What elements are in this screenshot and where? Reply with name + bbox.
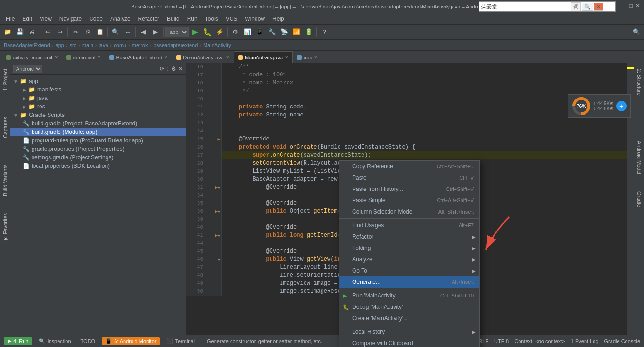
bc-main[interactable]: main	[82, 42, 93, 48]
cm-create[interactable]: Create 'MainActivity'...	[339, 313, 479, 324]
android-dropdown[interactable]: Android	[13, 65, 42, 73]
cm-paste[interactable]: Paste Ctrl+V	[339, 172, 479, 183]
toolbar-btn-extra1[interactable]: ⚙	[230, 26, 241, 38]
menu-view[interactable]: View	[36, 15, 56, 23]
tree-item-build-gradle-project[interactable]: 🔧 build.gradle (Project: BaseAdapterExte…	[10, 119, 186, 128]
tab-activity-main-xml[interactable]: activity_main.xml ✕	[2, 51, 62, 63]
menu-refactor[interactable]: Refactor	[134, 15, 163, 23]
toolbar-forward[interactable]: ▶	[150, 26, 161, 38]
toolbar-cut[interactable]: ✂	[70, 26, 81, 38]
tab-demo-xml[interactable]: demo.xml ✕	[62, 51, 106, 63]
tree-item-local-properties[interactable]: 📄 local.properties (SDK Location)	[10, 162, 186, 170]
tab-close-5[interactable]: ✕	[285, 55, 289, 60]
panel-favorites[interactable]: ★ Favorites	[0, 209, 9, 246]
menu-tools[interactable]: Tools	[201, 15, 222, 23]
toolbar-search-global[interactable]: 🔍	[631, 26, 642, 38]
toolbar-btn-2[interactable]: 💾	[14, 26, 25, 38]
tree-item-settings-gradle[interactable]: 🔧 settings.gradle (Project Settings)	[10, 153, 186, 162]
search-input[interactable]	[479, 4, 569, 9]
tree-item-build-gradle-app[interactable]: 🔧 build.gradle (Module: app)	[10, 128, 186, 136]
terminal-status[interactable]: ⬛ Terminal	[164, 337, 198, 345]
panel-build-variants[interactable]: Build Variants	[1, 161, 9, 200]
bc-app[interactable]: app	[56, 42, 64, 48]
tab-close-1[interactable]: ✕	[54, 55, 58, 60]
tab-close-2[interactable]: ✕	[97, 55, 101, 60]
tab-app[interactable]: app ✕	[293, 51, 322, 63]
tab-close-6[interactable]: ✕	[314, 55, 318, 60]
cm-paste-history[interactable]: Paste from History... Ctrl+Shift+V	[339, 183, 479, 195]
cm-column-selection[interactable]: Column Selection Mode Alt+Shift+Insert	[339, 206, 479, 217]
menu-build[interactable]: Build	[163, 15, 183, 23]
toolbar-btn-extra4[interactable]: 🔧	[266, 26, 278, 38]
todo-status[interactable]: TODO	[78, 338, 99, 345]
toolbar-btn-extra6[interactable]: 📶	[291, 26, 302, 38]
menu-help[interactable]: Help	[269, 15, 288, 23]
tab-main-activity[interactable]: MainActivity.java ✕	[234, 51, 293, 63]
toolbar-replace[interactable]: ↔	[122, 26, 133, 38]
toolbar-btn-extra5[interactable]: 📡	[279, 26, 290, 38]
menu-navigate[interactable]: Navigate	[56, 15, 85, 23]
android-monitor-status[interactable]: 📱 6: Android Monitor	[102, 337, 160, 345]
sidebar-collapse-btn[interactable]: ↕	[166, 66, 169, 72]
panel-project[interactable]: 1: Project	[1, 65, 9, 94]
cm-debug[interactable]: 🐛 Debug 'MainActivity'	[339, 301, 479, 313]
inspection-status[interactable]: 🔍 Inspection	[36, 337, 74, 345]
cm-generate[interactable]: Generate... Alt+Insert	[339, 276, 479, 288]
cm-goto[interactable]: Go To	[339, 265, 479, 276]
debug-btn[interactable]: 🐛	[202, 26, 213, 38]
menu-run[interactable]: Run	[183, 15, 201, 23]
panel-android-model[interactable]: Android Model	[635, 137, 644, 178]
menu-window[interactable]: Window	[241, 15, 269, 23]
menu-edit[interactable]: Edit	[18, 15, 36, 23]
bc-project[interactable]: BaseAdapterExtend	[4, 42, 50, 48]
sidebar-hide-btn[interactable]: ✕	[178, 66, 183, 72]
cm-local-history[interactable]: Local History	[339, 326, 479, 338]
cm-folding[interactable]: Folding	[339, 242, 479, 254]
tree-item-manifests[interactable]: ▶ 📁 manifests	[10, 85, 186, 94]
tree-item-gradle-scripts[interactable]: ▼ 📁 Gradle Scripts	[10, 111, 186, 119]
search-btn-img[interactable]: 🔍	[582, 3, 593, 11]
tree-item-app[interactable]: ▼ 📁 app	[10, 77, 186, 85]
menu-code[interactable]: Code	[85, 15, 107, 23]
menu-vcs[interactable]: VCS	[222, 15, 241, 23]
tree-item-gradle-properties[interactable]: 🔧 gradle.properties (Project Properties)	[10, 145, 186, 153]
tree-item-proguard[interactable]: 📄 proguard-rules.pro (ProGuard Rules for…	[10, 136, 186, 145]
search-btn-word[interactable]: 词	[571, 2, 581, 11]
toolbar-search[interactable]: 🔍	[110, 26, 121, 38]
network-plus-btn[interactable]: +	[616, 101, 627, 111]
gradle-console[interactable]: Gradle Console	[604, 339, 640, 344]
cm-analyze[interactable]: Analyze	[339, 254, 479, 265]
file-encoding[interactable]: UTF-8	[494, 339, 509, 344]
bc-comu[interactable]: comu	[114, 42, 126, 48]
bc-java[interactable]: java	[99, 42, 108, 48]
toolbar-btn-extra3[interactable]: 📱	[254, 26, 265, 38]
toolbar-btn-3[interactable]: 🖨	[26, 26, 38, 38]
toolbar-btn-extra7[interactable]: 🔋	[303, 26, 314, 38]
run-btn[interactable]: ▶	[190, 26, 201, 38]
bc-mainactivity[interactable]: MainActivity	[203, 42, 231, 48]
sidebar-settings-btn[interactable]: ⚙	[171, 66, 176, 72]
tab-demo-activity[interactable]: DemoActivity.java ✕	[172, 51, 234, 63]
panel-captures[interactable]: Captures	[1, 113, 9, 142]
search-close-btn[interactable]: ✕	[594, 3, 603, 11]
toolbar-undo[interactable]: ↩	[42, 26, 53, 38]
toolbar-copy[interactable]: ⎘	[82, 26, 93, 38]
toolbar-redo[interactable]: ↪	[54, 26, 66, 38]
toolbar-paste[interactable]: 📋	[94, 26, 106, 38]
maximize-btn[interactable]: □	[629, 2, 633, 9]
cm-copy-reference[interactable]: Copy Reference Ctrl+Alt+Shift+C	[339, 161, 479, 172]
cm-paste-simple[interactable]: Paste Simple Ctrl+Alt+Shift+V	[339, 195, 479, 206]
panel-structure[interactable]: 2: Structure	[635, 65, 644, 99]
bc-baseadapter[interactable]: baseadapterextend	[153, 42, 198, 48]
cm-compare-clipboard[interactable]: Compare with Clipboard	[339, 338, 479, 347]
tree-item-java[interactable]: ▶ 📁 java	[10, 94, 186, 102]
tab-close-3[interactable]: ✕	[164, 55, 168, 60]
toolbar-help[interactable]: ?	[319, 26, 330, 38]
cm-refactor[interactable]: Refactor	[339, 231, 479, 242]
menu-file[interactable]: File	[2, 15, 18, 23]
event-log[interactable]: 1 Event Log	[571, 339, 599, 344]
menu-analyze[interactable]: Analyze	[107, 15, 134, 23]
coverage-btn[interactable]: ⚡	[214, 26, 225, 38]
toolbar-btn-1[interactable]: 📁	[2, 26, 13, 38]
panel-gradle[interactable]: Gradle	[635, 188, 644, 211]
